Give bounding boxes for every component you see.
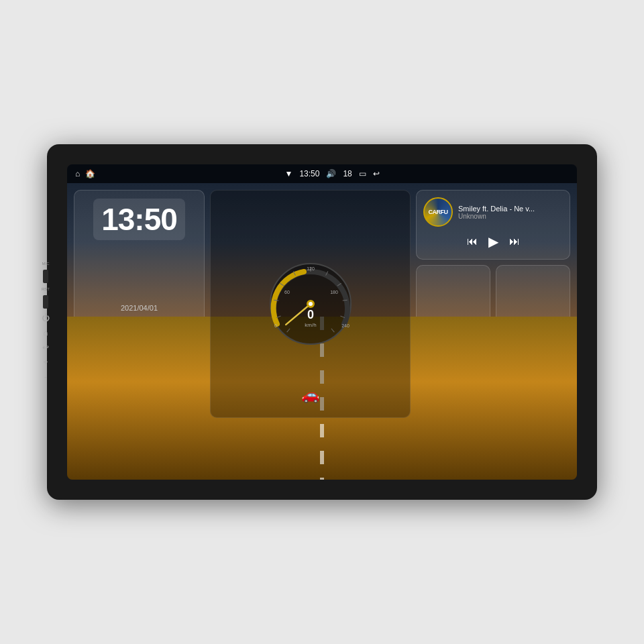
mic-button[interactable] <box>43 270 48 283</box>
power-icon[interactable]: ⏻ <box>42 313 50 323</box>
nav-home-icon[interactable]: 🏠 <box>85 169 95 178</box>
wifi-icon: ▼ <box>284 169 292 178</box>
play-button[interactable]: ▶ <box>488 233 498 250</box>
speedometer-gauge: 0 60 120 180 240 0 km/h <box>264 257 358 351</box>
back-status-icon: ↩ <box>373 169 380 178</box>
vol-down-icon[interactable]: - <box>44 372 47 382</box>
screen: ⌂ 🏠 ▼ 13:50 🔊 18 ▭ ↩ <box>67 164 577 480</box>
status-center: ▼ 13:50 🔊 18 ▭ ↩ <box>284 169 379 178</box>
rst-label: RST <box>42 287 50 291</box>
speedometer-panel[interactable]: 0 60 120 180 240 0 km/h <box>210 190 411 418</box>
music-title: Smiley ft. Delia - Ne v... <box>458 205 563 213</box>
volume-level: 18 <box>343 169 352 178</box>
album-art: CARFU <box>423 197 453 227</box>
prev-button[interactable]: ⏮ <box>467 235 478 248</box>
next-button[interactable]: ⏭ <box>509 235 520 248</box>
main-content: 13:50 2021/04/01 Thursday ⛅ <box>67 183 577 480</box>
vol-up-icon[interactable]: + <box>43 357 48 368</box>
window-icon: ▭ <box>359 169 366 178</box>
rst-button[interactable] <box>43 295 48 309</box>
svg-text:0: 0 <box>274 323 277 328</box>
home-icon[interactable]: ⌂ <box>75 169 80 178</box>
status-time: 13:50 <box>299 169 319 178</box>
status-left: ⌂ 🏠 <box>75 169 95 178</box>
car-icon: 🚗 <box>301 386 319 404</box>
svg-text:120: 120 <box>307 266 315 271</box>
status-bar: ⌂ 🏠 ▼ 13:50 🔊 18 ▭ ↩ <box>67 164 577 183</box>
music-artist: Unknown <box>458 213 563 220</box>
svg-text:180: 180 <box>330 290 338 294</box>
music-top: CARFU Smiley ft. Delia - Ne v... Unknown <box>423 197 563 227</box>
side-controls: MIC RST ⏻ ⌂ ↩ + - <box>42 262 50 382</box>
svg-text:km/h: km/h <box>305 322 316 328</box>
home-side-icon[interactable]: ⌂ <box>43 327 48 338</box>
clock-time: 13:50 <box>93 199 185 240</box>
music-controls: ⏮ ▶ ⏭ <box>423 231 563 252</box>
svg-text:60: 60 <box>284 290 290 294</box>
date-value: 2021/04/01 <box>121 303 158 314</box>
volume-icon: 🔊 <box>326 169 336 178</box>
mic-label: MIC <box>42 262 50 266</box>
svg-point-19 <box>309 302 313 306</box>
car-stereo-device: MIC RST ⏻ ⌂ ↩ + - ⌂ 🏠 ▼ 13:50 🔊 18 ▭ ↩ <box>47 144 597 500</box>
music-panel[interactable]: CARFU Smiley ft. Delia - Ne v... Unknown… <box>416 190 570 260</box>
album-text: CARFU <box>429 209 448 215</box>
back-side-icon[interactable]: ↩ <box>42 342 49 353</box>
svg-text:0: 0 <box>307 308 313 321</box>
music-info: Smiley ft. Delia - Ne v... Unknown <box>458 205 563 220</box>
svg-text:240: 240 <box>341 323 350 328</box>
